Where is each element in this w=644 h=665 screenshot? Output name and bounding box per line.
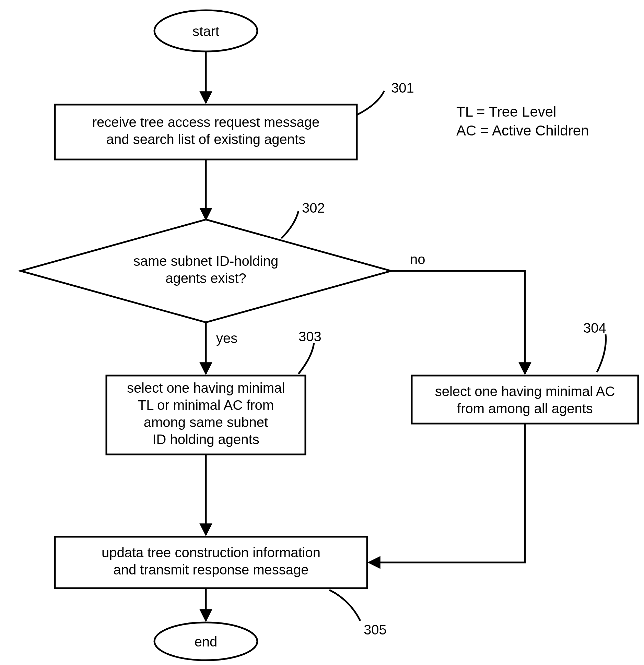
end-node: end	[154, 622, 257, 660]
ref-leader-302	[281, 211, 298, 238]
flowchart: TL = Tree Level AC = Active Children sta…	[0, 0, 644, 665]
ref-leader-305	[329, 590, 360, 621]
edge-302-304	[391, 271, 525, 374]
ref-leader-301	[357, 91, 384, 115]
step-303-line3: among same subnet	[144, 415, 268, 430]
start-label: start	[192, 24, 219, 39]
dec-302-line1: same subnet ID-holding	[133, 253, 278, 269]
step-305: updata tree construction information and…	[55, 537, 387, 637]
step-301: receive tree access request message and …	[55, 80, 414, 159]
svg-rect-4	[412, 376, 638, 424]
step-301-line1: receive tree access request message	[92, 115, 320, 130]
step-305-line1: updata tree construction information	[102, 545, 320, 560]
step-304-line2: from among all agents	[457, 401, 593, 416]
legend-line-1: TL = Tree Level	[456, 104, 556, 120]
step-301-line2: and search list of existing agents	[106, 132, 305, 147]
legend: TL = Tree Level AC = Active Children	[456, 104, 589, 139]
ref-leader-303	[298, 343, 314, 374]
ref-304: 304	[583, 320, 606, 335]
step-305-line2: and transmit response message	[113, 562, 308, 577]
edge-304-305	[369, 424, 525, 562]
step-304-line1: select one having minimal AC	[435, 384, 615, 399]
step-303-line1: select one having minimal	[127, 380, 285, 395]
ref-303: 303	[298, 329, 321, 344]
label-no: no	[410, 252, 425, 267]
step-303-line4: ID holding agents	[152, 432, 259, 447]
step-303-line2: TL or minimal AC from	[138, 397, 274, 413]
legend-line-2: AC = Active Children	[456, 122, 589, 139]
start-node: start	[154, 10, 257, 51]
dec-302-line2: agents exist?	[165, 271, 246, 286]
ref-leader-304	[597, 334, 606, 372]
ref-305: 305	[364, 622, 387, 637]
label-yes: yes	[216, 331, 237, 346]
ref-302: 302	[302, 200, 325, 215]
step-303: select one having minimal TL or minimal …	[106, 329, 321, 454]
ref-301: 301	[391, 80, 414, 95]
end-label: end	[195, 634, 218, 649]
